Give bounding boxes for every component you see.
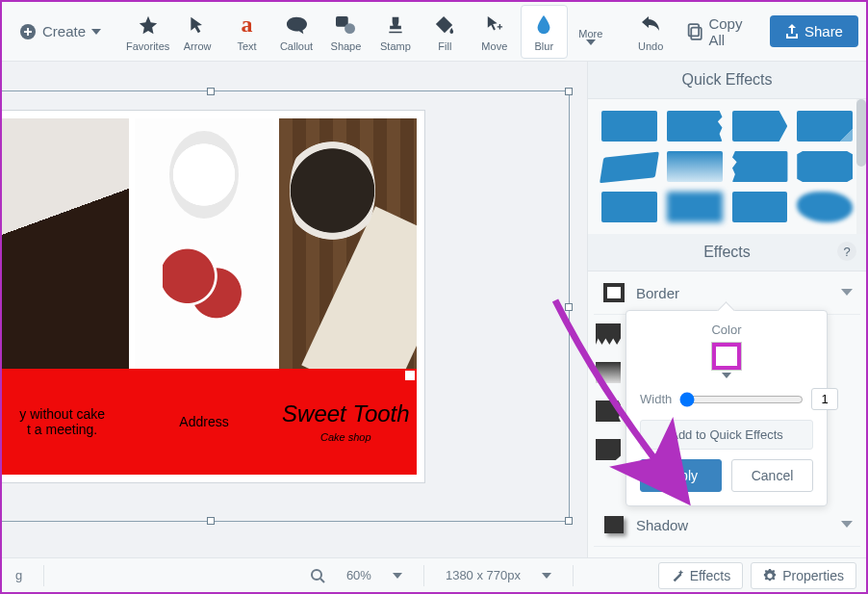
add-to-quick-effects-button[interactable]: Add to Quick Effects xyxy=(640,420,813,450)
caret-down-icon[interactable] xyxy=(393,573,402,579)
effect-icons-column xyxy=(596,323,621,460)
quick-effect-thumb[interactable] xyxy=(601,111,657,142)
width-slider[interactable] xyxy=(679,392,804,407)
fill-tool[interactable]: Fill xyxy=(421,5,469,59)
quick-effect-thumb[interactable] xyxy=(667,151,723,182)
share-upload-icon xyxy=(785,24,799,39)
caret-down-icon[interactable] xyxy=(542,573,551,579)
canvas-image[interactable] xyxy=(135,118,272,369)
quick-effect-thumb[interactable] xyxy=(732,192,788,222)
svg-point-5 xyxy=(312,570,321,580)
copy-all-label: Copy All xyxy=(708,15,760,48)
width-input[interactable] xyxy=(811,388,838,410)
apply-button[interactable]: Apply xyxy=(640,459,722,492)
edge-effect-icon[interactable] xyxy=(596,400,621,422)
text-block[interactable]: y without cake t a meeting. xyxy=(2,369,133,475)
text-tool[interactable]: a Text xyxy=(223,5,270,59)
edge-effect-icon[interactable] xyxy=(596,362,621,383)
properties-tab[interactable]: Properties xyxy=(751,562,856,589)
callout-tool[interactable]: Callout xyxy=(272,5,319,59)
favorites-label: Favorites xyxy=(126,40,169,52)
quick-effect-thumb[interactable] xyxy=(732,111,788,142)
more-tool[interactable]: More xyxy=(570,5,612,59)
color-swatch[interactable] xyxy=(712,343,741,370)
stamp-label: Stamp xyxy=(380,40,411,52)
speech-bubble-icon xyxy=(286,12,307,39)
shadow-effect-row[interactable]: Shadow xyxy=(594,504,860,547)
resize-handle[interactable] xyxy=(565,88,573,95)
edge-effect-icon[interactable] xyxy=(596,439,621,460)
gear-icon xyxy=(763,569,777,582)
text-block[interactable]: Address xyxy=(133,369,274,475)
cancel-button[interactable]: Cancel xyxy=(731,459,813,492)
quick-effect-thumb[interactable] xyxy=(600,152,659,184)
quick-effect-thumb[interactable] xyxy=(667,192,723,222)
resize-handle[interactable] xyxy=(565,303,573,311)
text-label: Text xyxy=(237,40,256,52)
blur-label: Blur xyxy=(535,40,554,52)
resize-handle[interactable] xyxy=(207,517,215,525)
resize-handle[interactable] xyxy=(207,88,215,95)
shadow-icon xyxy=(601,513,626,536)
drop-icon xyxy=(535,12,552,39)
fill-label: Fill xyxy=(438,40,451,52)
caret-down-icon xyxy=(722,373,731,378)
help-button[interactable]: ? xyxy=(837,242,856,261)
border-label: Border xyxy=(636,285,679,301)
canvas-dimensions[interactable]: 1380 x 770px xyxy=(446,568,521,582)
move-tool[interactable]: Move xyxy=(471,5,518,59)
quick-effects-grid xyxy=(588,99,866,234)
blur-tool[interactable]: Blur xyxy=(521,5,568,59)
bucket-icon xyxy=(434,12,455,39)
title-text: Sweet Tooth xyxy=(282,400,410,427)
plus-circle-icon xyxy=(19,23,37,40)
quick-effect-thumb[interactable] xyxy=(797,111,853,142)
caret-down-icon xyxy=(841,289,853,297)
document-canvas[interactable]: y without cake t a meeting. Address Swee… xyxy=(2,110,425,483)
scrollbar-track[interactable] xyxy=(856,99,866,234)
undo-tool[interactable]: Undo xyxy=(626,5,674,59)
zoom-level[interactable]: 60% xyxy=(346,568,371,582)
copy-icon xyxy=(686,23,703,40)
corner-marker xyxy=(405,371,415,380)
text-line: y without cake xyxy=(19,406,105,422)
share-button[interactable]: Share xyxy=(770,15,858,47)
subtitle-text: Cake shop xyxy=(320,431,371,443)
quick-effect-thumb[interactable] xyxy=(797,192,853,222)
more-label: More xyxy=(578,28,602,39)
effects-header: Effects ? xyxy=(588,234,866,271)
caret-down-icon xyxy=(91,29,101,35)
star-icon xyxy=(138,12,159,39)
favorites-tool[interactable]: Favorites xyxy=(124,5,171,59)
effects-tab[interactable]: Effects xyxy=(658,562,744,589)
text-block[interactable]: Sweet Tooth Cake shop xyxy=(275,369,417,475)
canvas-image[interactable] xyxy=(279,118,417,369)
shape-tool[interactable]: Shape xyxy=(322,5,370,59)
wand-icon xyxy=(671,569,684,582)
copy-all-button[interactable]: Copy All xyxy=(686,15,760,48)
quick-effect-thumb[interactable] xyxy=(732,151,788,182)
resize-handle[interactable] xyxy=(565,517,573,525)
quick-effect-thumb[interactable] xyxy=(601,192,657,222)
text-line: Address xyxy=(179,414,228,429)
edge-effect-icon[interactable] xyxy=(596,323,621,345)
quick-effect-thumb[interactable] xyxy=(797,151,853,182)
stamp-tool[interactable]: Stamp xyxy=(371,5,419,59)
border-icon xyxy=(601,281,626,304)
canvas-image[interactable] xyxy=(2,118,129,369)
canvas-area[interactable]: y without cake t a meeting. Address Swee… xyxy=(2,62,587,557)
search-icon[interactable] xyxy=(310,568,325,583)
arrow-label: Arrow xyxy=(184,40,212,52)
text-a-icon: a xyxy=(242,12,253,39)
create-button[interactable]: Create xyxy=(10,17,111,46)
border-settings-popup: Color Width Add to Quick Effects Apply C… xyxy=(625,310,828,506)
cursor-arrow-icon xyxy=(188,12,207,39)
main-toolbar: Create Favorites Arrow a Text Callout Sh… xyxy=(2,2,866,62)
scrollbar-thumb[interactable] xyxy=(856,99,866,167)
quick-effects-label: Quick Effects xyxy=(682,71,773,88)
status-left-text: g xyxy=(15,568,22,582)
shapes-icon xyxy=(335,12,356,39)
quick-effect-thumb[interactable] xyxy=(667,111,723,142)
arrow-tool[interactable]: Arrow xyxy=(173,5,220,59)
shadow-label: Shadow xyxy=(636,517,688,533)
